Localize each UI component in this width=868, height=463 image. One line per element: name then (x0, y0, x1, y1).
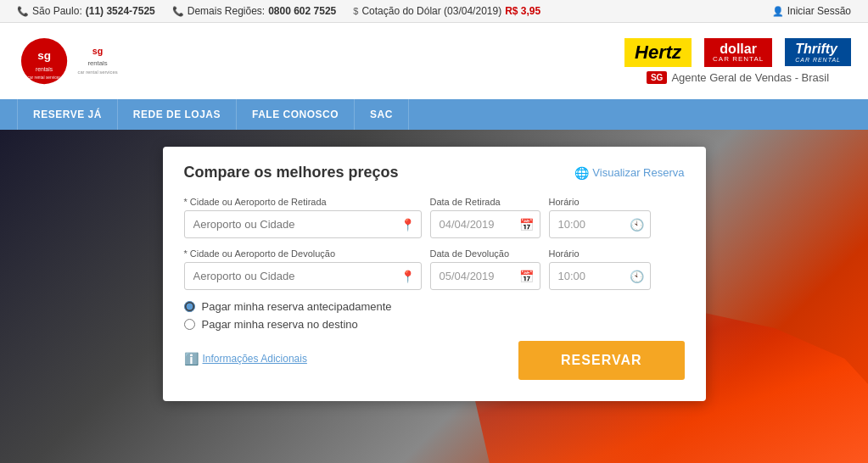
cotacao-value: R$ 3,95 (505, 5, 540, 17)
cidade-devolucao-group: * Cidade ou Aeroporto de Devolução 📍 (184, 248, 422, 290)
radio-destino[interactable] (184, 319, 195, 330)
data-devolucao-group: Data de Devolução 📅 (430, 248, 540, 290)
cidade-retirada-input[interactable] (184, 210, 422, 238)
phone-icon-demais (172, 5, 184, 17)
iniciar-sessao-label: Iniciar Sessão (787, 5, 851, 17)
visualizar-reserva-link[interactable]: 🌐 Visualizar Reserva (574, 166, 684, 180)
sg-rentals-logo[interactable]: sg rentals car rental services sg rental… (17, 34, 153, 89)
globe-icon: 🌐 (574, 166, 589, 180)
data-retirada-wrapper: 📅 (430, 210, 540, 238)
form-title: Compare os melhores preços (184, 164, 399, 181)
user-icon (772, 5, 784, 17)
cidade-retirada-wrapper: 📍 (184, 210, 422, 238)
nav-rede-lojas[interactable]: REDE DE LOJAS (118, 99, 237, 130)
horario-devolucao-group: Horário 🕙 (549, 248, 651, 290)
cotacao-label: Cotação do Dólar (03/04/2019) (361, 5, 501, 17)
sg-badge: SG (647, 71, 667, 84)
demais-phone: Demais Regiões: 0800 602 7525 (172, 5, 336, 17)
cidade-devolucao-label: * Cidade ou Aeroporto de Devolução (184, 248, 422, 259)
thrifty-logo: Thrifty CAR RENTAL (785, 38, 851, 66)
hertz-logo: Hertz (624, 38, 692, 67)
booking-form-card: Compare os melhores preços 🌐 Visualizar … (163, 147, 706, 401)
data-retirada-input[interactable] (430, 210, 540, 238)
informacoes-adicionais-link[interactable]: Informações Adicionais (203, 353, 307, 365)
cidade-devolucao-wrapper: 📍 (184, 262, 422, 290)
iniciar-sessao-area: Iniciar Sessão (772, 5, 851, 17)
horario-retirada-label: Horário (549, 197, 651, 207)
data-retirada-label: Data de Retirada (430, 197, 540, 207)
iniciar-sessao-item[interactable]: Iniciar Sessão (772, 5, 851, 17)
info-icon: ℹ️ (184, 352, 199, 365)
top-bar: São Paulo: (11) 3524-7525 Demais Regiões… (0, 0, 868, 23)
demais-number: 0800 602 7525 (268, 5, 336, 17)
radio-destino-text: Pagar minha reserva no destino (202, 318, 358, 331)
info-section: ℹ️ Informações Adicionais (184, 352, 307, 365)
radio-antecipado-text: Pagar minha reserva antecipadamente (202, 300, 392, 313)
horario-devolucao-input[interactable] (549, 262, 651, 290)
data-devolucao-wrapper: 📅 (430, 262, 540, 290)
horario-devolucao-wrapper: 🕙 (549, 262, 651, 290)
agent-text: Agente Geral de Vendas - Brasil (671, 71, 829, 84)
svg-text:rentals: rentals (87, 59, 107, 67)
horario-retirada-input[interactable] (549, 210, 651, 238)
cidade-retirada-label: * Cidade ou Aeroporto de Retirada (184, 197, 422, 207)
radio-antecipado[interactable] (184, 301, 195, 312)
phone-icon-sp (17, 5, 29, 17)
radio-antecipado-label[interactable]: Pagar minha reserva antecipadamente (184, 300, 685, 313)
nav-sac[interactable]: SAC (355, 99, 409, 130)
data-retirada-group: Data de Retirada 📅 (430, 197, 540, 238)
svg-text:car rental services: car rental services (77, 70, 117, 75)
reservar-button[interactable]: RESERVAR (518, 341, 684, 380)
horario-retirada-group: Horário 🕙 (549, 197, 651, 238)
sao-paulo-label: São Paulo: (32, 5, 82, 17)
data-devolucao-label: Data de Devolução (430, 248, 540, 259)
money-icon (353, 5, 358, 17)
sao-paulo-number: (11) 3524-7525 (86, 5, 155, 17)
payment-radio-group: Pagar minha reserva antecipadamente Paga… (184, 300, 685, 331)
dollar-logo: dollar CAR RENTAL (704, 38, 772, 67)
cidade-devolucao-input[interactable] (184, 262, 422, 290)
logo-area: sg rentals car rental services sg rental… (17, 34, 153, 89)
svg-text:rentals: rentals (35, 66, 53, 72)
nav-fale-conosco[interactable]: FALE CONOSCO (237, 99, 355, 130)
radio-destino-label[interactable]: Pagar minha reserva no destino (184, 318, 685, 331)
brands-area: Hertz dollar CAR RENTAL Thrifty CAR RENT… (624, 38, 851, 84)
horario-retirada-wrapper: 🕙 (549, 210, 651, 238)
data-devolucao-input[interactable] (430, 262, 540, 290)
form-row-retirada: * Cidade ou Aeroporto de Retirada 📍 Data… (184, 197, 685, 238)
sg-agent-label: SG Agente Geral de Vendas - Brasil (647, 71, 829, 84)
cidade-retirada-group: * Cidade ou Aeroporto de Retirada 📍 (184, 197, 422, 238)
brand-logos: Hertz dollar CAR RENTAL Thrifty CAR RENT… (624, 38, 851, 67)
form-row-devolucao: * Cidade ou Aeroporto de Devolução 📍 Dat… (184, 248, 685, 290)
svg-text:sg: sg (37, 49, 51, 62)
horario-devolucao-label: Horário (549, 248, 651, 259)
main-nav: RESERVE JÁ REDE DE LOJAS FALE CONOSCO SA… (0, 99, 868, 130)
form-header: Compare os melhores preços 🌐 Visualizar … (184, 164, 685, 181)
nav-reserve-ja[interactable]: RESERVE JÁ (17, 99, 118, 130)
demais-label: Demais Regiões: (188, 5, 265, 17)
cotacao: Cotação do Dólar (03/04/2019) R$ 3,95 (353, 5, 540, 17)
svg-text:sg: sg (92, 46, 102, 56)
header: sg rentals car rental services sg rental… (0, 23, 868, 99)
hero-section: Compare os melhores preços 🌐 Visualizar … (0, 130, 868, 463)
visualizar-label: Visualizar Reserva (592, 166, 684, 179)
svg-text:car rental services: car rental services (27, 75, 61, 80)
sao-paulo-phone: São Paulo: (11) 3524-7525 (17, 5, 155, 17)
